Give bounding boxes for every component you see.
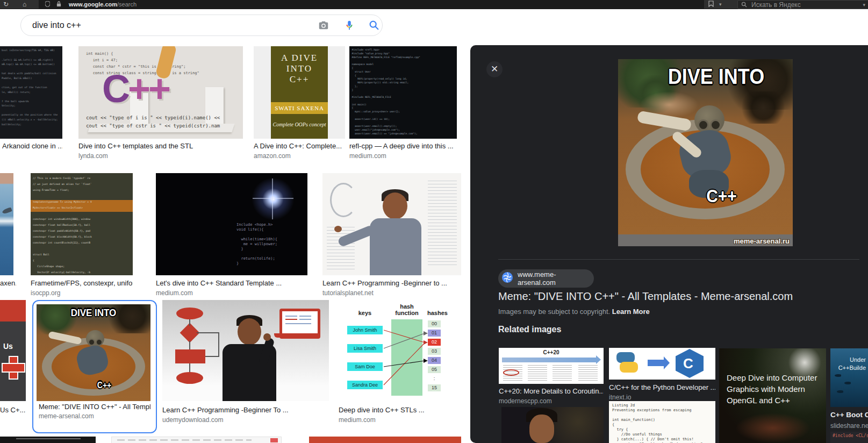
text-column xyxy=(553,365,572,381)
result-domain[interactable]: tutorialsplanet.net xyxy=(322,289,461,297)
selected-result-card[interactable]: DIVE INTO C++ Meme: "DIVE INTO C++" - Al… xyxy=(32,300,157,433)
globe-icon xyxy=(502,272,513,285)
result-title[interactable]: Us C+... xyxy=(0,405,27,415)
python-logo xyxy=(616,352,635,363)
diver-goggle xyxy=(96,339,103,346)
related-thumb-python-cpp[interactable]: C xyxy=(609,348,715,380)
yandex-caret-icon[interactable]: ▾ xyxy=(863,1,865,9)
result-domain[interactable]: amazon.com xyxy=(254,152,344,160)
shield-icon[interactable] xyxy=(45,0,50,9)
related-thumb-deep-dive[interactable]: Deep Dive into Computer Graphics with Mo… xyxy=(719,348,826,443)
result-thumb-hash-diagram[interactable]: keys hash function hashes John Smith Lis… xyxy=(339,300,454,401)
fish-graphic xyxy=(844,382,851,384)
yandex-placeholder: Искать в Яндекс xyxy=(751,1,863,9)
camera-icon[interactable] xyxy=(318,19,329,31)
result-title[interactable]: Meme: "DIVE INTO C++" - All Templat... xyxy=(39,402,150,411)
related-domain[interactable]: modernescpp.com xyxy=(499,397,604,405)
result-thumb-book[interactable]: A DIVE INTO C++ SWATI SAXENA Complete OO… xyxy=(254,46,345,139)
result-thumb-cpp-templates[interactable]: int main() { int i = 47; const char * cs… xyxy=(78,46,243,139)
book-tagline: Complete OOPs concept xyxy=(271,122,328,127)
url-path: /search xyxy=(117,1,137,8)
source-url: www.meme-arsenal.com xyxy=(518,270,594,287)
url-host: www.google.com xyxy=(69,1,117,8)
lock-icon[interactable] xyxy=(56,0,61,9)
partial-thumb-dark[interactable] xyxy=(0,437,96,443)
result-thumb-flowchart[interactable] xyxy=(162,300,329,401)
branches-graphic xyxy=(739,91,787,124)
code-texture: Include <hope.h> void life(){ while(time… xyxy=(236,223,277,266)
bookmark-caret-icon[interactable]: ▾ xyxy=(719,0,722,9)
yandex-search-box[interactable]: Искать в Яндекс ▾ xyxy=(737,0,868,9)
result-domain[interactable]: medium.com xyxy=(339,416,454,424)
preview-image[interactable]: DIVE INTO C++ meme-arsenal.ru xyxy=(618,59,793,246)
bookmark-flag-icon[interactable] xyxy=(708,0,714,9)
reload-icon[interactable]: ↻ xyxy=(3,0,9,9)
related-title[interactable]: C/C++ for the Python Developer ... xyxy=(609,383,715,391)
decor-line xyxy=(16,438,81,439)
related-title[interactable]: C++ Boot Ca xyxy=(830,411,868,419)
related-thumb-listing[interactable]: Listing 2d Preventing exceptions from es… xyxy=(609,401,715,443)
result-title[interactable]: Deep dive into C++ STLs ... xyxy=(339,405,454,415)
result-domain[interactable]: lynda.com xyxy=(78,152,240,160)
code-texture: cout << "type of i is " << typeid(i).nam… xyxy=(86,114,220,130)
related-thumb-code-sliver[interactable]: #include <CL/sy xyxy=(830,432,868,443)
result-title[interactable]: A Dive into C++: Complete... xyxy=(254,141,344,151)
python-logo xyxy=(620,362,638,373)
address-bar[interactable]: www.google.com/search xyxy=(39,0,704,9)
diver-goggle xyxy=(88,339,95,346)
result-domain[interactable]: medium.com xyxy=(349,152,460,160)
search-icon[interactable] xyxy=(368,19,380,31)
related-thumb-underwater[interactable]: Under C++Builde xyxy=(830,348,868,407)
related-domain[interactable]: slideshare.ne xyxy=(830,422,868,430)
result-title[interactable]: Learn C++ Programming -Beginner To ... xyxy=(162,405,324,415)
related-thumb-cpp20[interactable]: C++20 xyxy=(499,348,604,384)
result-thumb-reflcpp[interactable]: #include <refl.hpp> #include "value_prox… xyxy=(349,46,457,139)
code-texture: Listing 2d Preventing exceptions from es… xyxy=(609,401,715,443)
result-thumb-meme-selected[interactable]: DIVE INTO C++ xyxy=(37,304,150,401)
microphone-icon[interactable] xyxy=(343,19,355,31)
result-title[interactable]: Arkanoid clone in ... xyxy=(2,141,62,151)
learn-more-link[interactable]: Learn More xyxy=(612,308,650,316)
result-title[interactable]: refl-cpp — A deep dive into this ... xyxy=(349,141,460,151)
result-thumb-frametime[interactable]: // This is a modern C++11 `typedef` re /… xyxy=(31,173,133,275)
result-thumb-star[interactable]: Include <hope.h> void life(){ while(time… xyxy=(156,173,307,275)
timeline-arrow xyxy=(502,358,597,362)
code-texture: bool isIntersecting(T1& mA, T2& mB) .lef… xyxy=(0,46,48,128)
related-title[interactable]: C++20: More Details to Coroutin... xyxy=(499,387,604,395)
decor-red-box xyxy=(270,438,278,442)
result-domain[interactable]: udemydownload.com xyxy=(162,416,324,424)
result-thumb-arkanoid[interactable]: bool isIntersecting(T1& mA, T2& mB) .lef… xyxy=(0,46,62,139)
source-link[interactable]: www.meme-arsenal.com xyxy=(498,269,594,288)
cpp-logo-letter: C xyxy=(683,355,693,372)
fish-graphic xyxy=(835,374,841,377)
divider xyxy=(498,259,859,260)
result-thumb-red-cover[interactable]: Us xyxy=(0,300,26,401)
result-title[interactable]: Dive into C++ templates and the STL xyxy=(78,141,240,151)
result-thumb-whiteboard[interactable] xyxy=(322,173,461,275)
close-icon[interactable]: ✕ xyxy=(486,61,503,77)
url-text[interactable]: www.google.com/search xyxy=(69,1,137,8)
result-domain[interactable]: meme-arsenal.com xyxy=(39,412,150,420)
star-ray xyxy=(253,198,293,199)
browser-bar: ↻ ⌂ www.google.com/search ▾ Искать в Янд… xyxy=(0,0,868,9)
partial-thumb-orange[interactable] xyxy=(309,437,461,443)
related-thumb-man-photo[interactable] xyxy=(501,407,604,443)
code-texture: // This is a modern C++11 `typedef` re /… xyxy=(31,173,110,275)
search-query-text[interactable]: dive into c++ xyxy=(32,15,81,35)
result-title[interactable]: Let's dive into C++ Standard Template ..… xyxy=(156,278,306,288)
partial-thumb-light[interactable] xyxy=(111,437,282,443)
watermark-text: meme-arsenal.ru xyxy=(734,237,790,245)
result-title[interactable]: Frametime/FPS, constexpr, uniform ... xyxy=(31,278,133,288)
result-title[interactable]: Learn C++ Programming -Beginner to ... xyxy=(322,278,461,288)
diver-goggle xyxy=(710,119,721,131)
result-thumb-dolphin[interactable] xyxy=(0,173,13,275)
flowchart-line xyxy=(218,332,219,357)
related-domain[interactable]: itnext.io xyxy=(609,394,715,401)
code-texture: #include <refl.hpp> #include "value_prox… xyxy=(349,46,430,139)
result-domain[interactable]: medium.com xyxy=(156,289,306,297)
search-input[interactable]: dive into c++ xyxy=(20,15,383,36)
person-hand xyxy=(263,333,271,341)
result-title[interactable]: axen... xyxy=(0,278,16,288)
home-icon[interactable]: ⌂ xyxy=(23,0,26,9)
result-domain[interactable]: isocpp.org xyxy=(31,289,133,297)
